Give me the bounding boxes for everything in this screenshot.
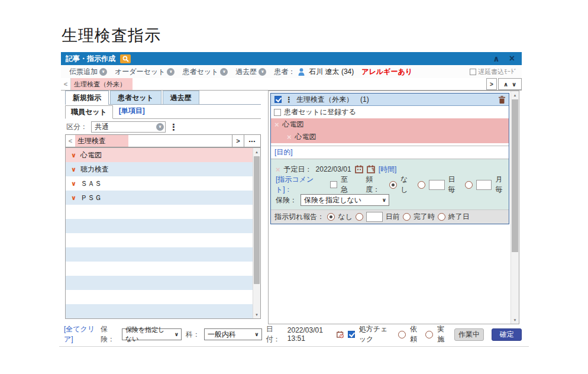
comment-frequency-row: [指示コメント]： 至急 頻度： なし 日毎 月毎 [271, 177, 509, 192]
chevron-down-icon: ∨ [254, 331, 259, 337]
category-select[interactable]: 共通 ∨ [91, 121, 166, 133]
order-tab-active[interactable]: 生理検査（外来） [71, 78, 133, 90]
chevron-down-icon[interactable]: ∨ [512, 81, 516, 88]
menu-dots-icon[interactable]: ⋮ [285, 96, 293, 104]
request-label: 依頼 [410, 324, 421, 344]
scroll-down-icon[interactable]: ▼ [253, 311, 260, 318]
menu-dots-icon[interactable]: ⋮ [169, 122, 178, 131]
window-controls: ∧ × [493, 54, 515, 63]
left-panel-subtabs: 職員セット [単項目] [65, 106, 261, 119]
schedule-label: 予定日： [284, 165, 312, 175]
search-next-button[interactable]: > [232, 135, 244, 147]
chevron-down-icon: ∨ [175, 331, 179, 337]
scroll-up-icon[interactable]: ▲ [511, 91, 519, 99]
clear-all-link[interactable]: [全てクリア] [64, 324, 96, 344]
list-item[interactable]: ∨ 聴力検査 [66, 162, 260, 176]
window-titlebar: 記事・指示作成 ∧ × [61, 52, 522, 65]
calendar-icon[interactable] [367, 165, 375, 173]
insurance-select[interactable]: 保険を指定しない ∨ [301, 194, 389, 206]
tab-new-order[interactable]: 新規指示 [65, 91, 109, 104]
allergy-warning: アレルギーあり [361, 67, 412, 77]
tab-history[interactable]: 過去歴 [163, 91, 199, 104]
expire-days-radio[interactable] [356, 213, 363, 221]
execute-radio[interactable] [425, 331, 433, 338]
rx-check-checkbox[interactable] [348, 331, 355, 338]
freq-daily-radio[interactable] [418, 181, 425, 189]
list-item-label: 聴力検査 [80, 165, 109, 175]
remove-x-icon[interactable]: × [274, 120, 279, 129]
execute-label: 実施 [437, 324, 448, 344]
expire-none-label: なし [338, 212, 353, 222]
tab-patient-set[interactable]: 患者セット [110, 91, 161, 104]
scroll-down-icon[interactable]: ▼ [511, 316, 519, 324]
calendar-clock-icon[interactable] [337, 330, 344, 339]
list-empty-row [66, 247, 260, 262]
confirm-button[interactable]: 確定 [492, 328, 522, 341]
delay-write-checkbox[interactable]: 遅延書込ﾓｰﾄﾞ [470, 67, 517, 76]
order-sub-item[interactable]: × 心電図 [271, 131, 509, 143]
list-scrollbar[interactable]: ▲ ▼ [253, 148, 260, 318]
freq-monthly-radio[interactable] [465, 181, 473, 189]
single-item-link[interactable]: [単項目] [119, 106, 145, 116]
register-patient-set-row[interactable]: 患者セットに登録する [271, 106, 509, 118]
order-item[interactable]: × 心電図 [271, 118, 509, 131]
expire-report-row: 指示切れ報告： なし 日前 完了時 終了日 [271, 209, 509, 224]
scroll-up-icon[interactable]: ▲ [253, 148, 260, 156]
freq-monthly-input[interactable] [476, 180, 492, 190]
working-button[interactable]: 作業中 [454, 328, 484, 341]
purpose-link[interactable]: [目的] [274, 147, 293, 157]
chevron-up-icon[interactable]: ∧ [503, 81, 508, 88]
search-button[interactable] [120, 54, 131, 63]
calendar-icon[interactable] [355, 165, 363, 173]
tabstrip-updown-buttons[interactable]: ∧ ∨ [498, 78, 522, 90]
list-empty-row [66, 262, 260, 276]
patient-set-dropdown[interactable]: 患者セット ∨ [182, 67, 228, 77]
chevron-down-icon: ∨ [71, 151, 76, 159]
freq-daily-input[interactable] [429, 180, 444, 190]
scrollbar-thumb[interactable] [512, 99, 518, 252]
slip-add-dropdown[interactable]: 伝票追加 ∨ [69, 67, 107, 77]
comment-link[interactable]: [指示コメント]： [276, 175, 327, 195]
panel-scrollbar[interactable]: ▲ ▼ [511, 91, 519, 324]
history-dropdown[interactable]: 過去歴 ∨ [235, 67, 266, 77]
list-empty-row [66, 205, 260, 219]
remove-x-icon[interactable]: × [276, 165, 280, 174]
freq-none-radio[interactable] [389, 181, 397, 189]
expire-complete-label: 完了時 [413, 212, 435, 222]
date-value[interactable]: 2022/03/01 13:51 [287, 326, 332, 343]
chevron-down-icon: ∨ [71, 166, 76, 173]
order-set-list: ∨ 心電図 ∨ 聴力検査 ∨ ＳＡＳ ∨ ＰＳＧ [65, 147, 261, 319]
time-link[interactable]: [時間] [379, 165, 397, 175]
list-item[interactable]: ∨ 心電図 [66, 148, 260, 162]
expire-none-radio[interactable] [327, 213, 335, 221]
search-input[interactable]: 生理検査 [75, 135, 128, 147]
expire-days-input[interactable] [366, 212, 383, 222]
expire-end-radio[interactable] [438, 213, 445, 221]
urgent-checkbox[interactable] [330, 181, 337, 188]
patient-name[interactable]: 石川 遼太 (34) [309, 67, 354, 77]
schedule-date[interactable]: 2022/03/01 [316, 165, 351, 173]
subtab-staff-set[interactable]: 職員セット [65, 105, 113, 119]
scrollbar-thumb[interactable] [254, 156, 260, 284]
register-label: 患者セットに登録する [284, 107, 356, 117]
search-back-button[interactable]: < [66, 135, 75, 147]
tabstrip-next-button[interactable]: > [486, 78, 497, 90]
remove-x-icon[interactable]: × [287, 133, 292, 141]
close-icon[interactable]: × [509, 54, 515, 63]
list-item[interactable]: ∨ ＰＳＧ [66, 191, 260, 205]
minimize-icon[interactable]: ∧ [493, 54, 499, 63]
page-title: 生理検査指示 [62, 25, 161, 46]
tabstrip-back-button[interactable]: < [61, 78, 71, 90]
insurance-select[interactable]: 保険を指定しない ∨ [122, 328, 182, 340]
order-checkbox[interactable] [274, 96, 282, 103]
order-set-dropdown[interactable]: オーダーセット ∨ [115, 67, 175, 77]
department-select[interactable]: 一般内科 ∨ [204, 328, 262, 340]
expire-complete-radio[interactable] [403, 213, 411, 221]
freq-none-label: なし [400, 175, 414, 195]
more-options-button[interactable]: ••• [244, 135, 260, 147]
request-radio[interactable] [398, 331, 406, 338]
chevron-down-icon: ∨ [99, 68, 107, 76]
search-input-blank[interactable] [128, 135, 232, 147]
list-item[interactable]: ∨ ＳＡＳ [66, 176, 260, 191]
trash-icon[interactable] [499, 96, 505, 104]
